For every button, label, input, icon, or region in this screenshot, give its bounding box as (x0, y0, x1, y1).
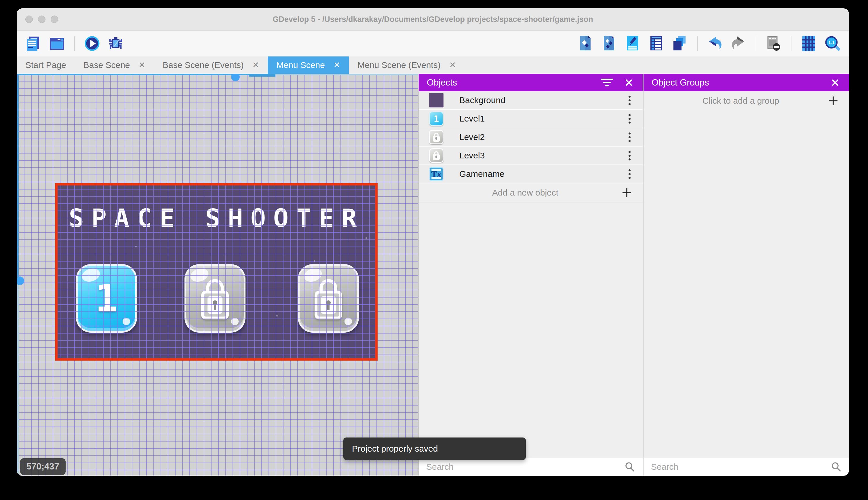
object-menu-icon[interactable] (627, 149, 632, 162)
layers-editor-icon[interactable] (672, 35, 688, 52)
button-dot (231, 318, 238, 325)
button-dot (122, 318, 130, 325)
toolbar-divider (756, 36, 756, 51)
object-row-background[interactable]: Background (419, 91, 643, 110)
cursor-coordinates-badge: 570;437 (20, 458, 66, 475)
object-row-level3[interactable]: Level3 (419, 147, 643, 165)
window-mask-icon[interactable] (765, 35, 782, 52)
debug-icon[interactable] (108, 35, 124, 52)
close-window-button[interactable] (25, 15, 33, 23)
objects-panel-header: Objects (419, 74, 643, 91)
add-object-icon[interactable] (577, 35, 594, 52)
horizontal-scrollbar[interactable] (17, 74, 418, 75)
level3-button-instance[interactable] (298, 264, 359, 333)
scene-selection-frame[interactable]: SPACE SHOOTER 1 (55, 183, 378, 361)
groups-search-input[interactable] (651, 462, 831, 472)
zoom-window-button[interactable] (51, 15, 58, 23)
object-row-level2[interactable]: Level2 (419, 128, 643, 147)
close-tab-icon[interactable]: ✕ (253, 61, 259, 69)
project-manager-icon[interactable] (25, 35, 42, 52)
instances-list-icon[interactable] (648, 35, 664, 52)
tab-bar: Start Page Base Scene ✕ Base Scene (Even… (17, 56, 849, 74)
redo-icon[interactable] (730, 35, 747, 52)
scene-canvas[interactable]: SPACE SHOOTER 1 (17, 74, 418, 476)
add-object-row[interactable]: Add a new object (419, 183, 643, 203)
objects-panel-empty-area (419, 203, 643, 458)
tab-menu-scene-events[interactable]: Menu Scene (Events) ✕ (349, 56, 465, 74)
groups-search-row (644, 458, 849, 476)
button-dot (344, 318, 352, 325)
level1-button-instance[interactable]: 1 (76, 264, 137, 333)
grid-icon[interactable] (801, 35, 817, 52)
object-row-gamename[interactable]: Tx Gamename (419, 165, 643, 183)
undo-icon[interactable] (707, 35, 723, 52)
add-object-group-icon[interactable] (601, 35, 617, 52)
object-row-level1[interactable]: 1 Level1 (419, 110, 643, 128)
toolbar-divider (74, 36, 75, 51)
objects-search-row (419, 458, 643, 476)
objects-search-input[interactable] (426, 462, 624, 472)
search-icon[interactable] (831, 462, 842, 472)
play-icon[interactable] (84, 35, 100, 52)
groups-panel-title: Object Groups (652, 78, 828, 88)
object-menu-icon[interactable] (627, 94, 632, 107)
close-tab-icon[interactable]: ✕ (449, 61, 456, 69)
object-menu-icon[interactable] (627, 112, 632, 125)
object-menu-icon[interactable] (627, 131, 632, 144)
edit-scene-properties-icon[interactable] (624, 35, 641, 52)
tab-base-scene[interactable]: Base Scene ✕ (75, 56, 154, 74)
save-toast: Project properly saved (343, 438, 526, 460)
toolbar-right-group: 1:1 (577, 35, 840, 52)
toolbar-divider (791, 36, 791, 51)
level1-button-icon: 1 (429, 112, 444, 126)
close-tab-icon[interactable]: ✕ (139, 61, 145, 69)
search-icon[interactable] (624, 462, 635, 472)
scene-game-title: SPACE SHOOTER (58, 203, 375, 233)
zoom-ratio-label: 1:1 (828, 40, 835, 45)
close-tab-icon[interactable]: ✕ (333, 61, 340, 69)
close-panel-icon[interactable] (622, 76, 636, 90)
filter-icon[interactable] (600, 76, 614, 90)
groups-panel-header: Object Groups (644, 74, 849, 91)
object-groups-panel: Object Groups Click to add a group (643, 74, 849, 476)
window-title: GDevelop 5 - /Users/dkarakay/Documents/G… (17, 15, 849, 24)
object-menu-icon[interactable] (627, 168, 632, 181)
objects-panel: Objects Background 1 Level1 (418, 74, 643, 476)
text-object-icon: Tx (429, 167, 444, 181)
locked-button-icon (429, 130, 444, 144)
toolbar-left-group (25, 35, 124, 52)
main-toolbar: 1:1 (17, 31, 849, 56)
locked-button-icon (429, 148, 444, 163)
tab-start-page[interactable]: Start Page (17, 56, 75, 74)
zoom-ratio-icon[interactable]: 1:1 (824, 35, 840, 52)
objects-panel-title: Objects (427, 78, 600, 88)
add-group-row[interactable]: Click to add a group (644, 91, 849, 110)
gdevelop-window: GDevelop 5 - /Users/dkarakay/Documents/G… (17, 8, 849, 476)
groups-panel-empty-area (644, 110, 849, 458)
level2-button-instance[interactable] (185, 264, 246, 333)
traffic-lights (25, 8, 58, 30)
title-bar: GDevelop 5 - /Users/dkarakay/Documents/G… (17, 8, 849, 31)
plus-icon[interactable] (621, 187, 632, 198)
tab-menu-scene[interactable]: Menu Scene ✕ (268, 56, 349, 74)
scene-editor-icon[interactable] (49, 35, 65, 52)
plus-icon[interactable] (828, 95, 838, 106)
content-row: SPACE SHOOTER 1 (17, 74, 849, 476)
minimize-window-button[interactable] (38, 15, 46, 23)
vertical-scrollbar[interactable] (17, 74, 19, 476)
screenshot-stage: GDevelop 5 - /Users/dkarakay/Documents/G… (0, 0, 868, 500)
toolbar-divider (697, 36, 697, 51)
horizontal-scroll-thumb[interactable] (249, 74, 275, 77)
vertical-scroll-handle[interactable] (17, 276, 24, 285)
close-panel-icon[interactable] (828, 76, 842, 90)
horizontal-scroll-handle[interactable] (231, 74, 240, 81)
toast-message: Project properly saved (352, 444, 438, 454)
tab-base-scene-events[interactable]: Base Scene (Events) ✕ (154, 56, 268, 74)
background-object-icon (429, 93, 444, 107)
